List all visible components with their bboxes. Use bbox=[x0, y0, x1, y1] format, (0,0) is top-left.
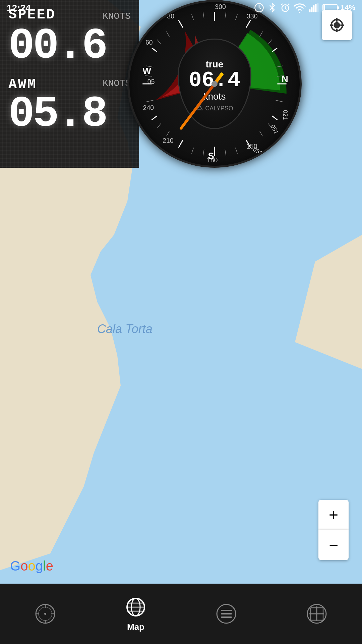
zoom-out-button[interactable]: − bbox=[318, 530, 349, 560]
map-nav-icon bbox=[124, 596, 147, 619]
svg-text:210: 210 bbox=[163, 137, 174, 144]
google-logo: Google bbox=[10, 558, 53, 574]
awm-value: 05.8 bbox=[8, 93, 131, 136]
svg-line-37 bbox=[146, 100, 153, 102]
svg-text:N: N bbox=[282, 74, 288, 84]
nav-item-compass[interactable] bbox=[23, 597, 67, 631]
google-o2: o bbox=[28, 558, 35, 573]
speed-value-display: 00.6 bbox=[8, 24, 131, 68]
zoom-controls: + − bbox=[318, 500, 349, 560]
google-l: l bbox=[43, 558, 46, 573]
svg-point-61 bbox=[334, 22, 340, 28]
svg-point-73 bbox=[44, 613, 46, 615]
svg-line-11 bbox=[246, 20, 251, 28]
status-icons: 14% bbox=[254, 3, 355, 13]
nav-item-map[interactable]: Map bbox=[114, 591, 158, 637]
svg-line-36 bbox=[157, 123, 161, 128]
awm-value-display: 05.8 bbox=[8, 93, 131, 136]
svg-line-33 bbox=[203, 149, 204, 156]
nav-item-menu[interactable] bbox=[204, 597, 248, 631]
battery-container: 14% bbox=[322, 3, 355, 12]
battery-percent: 14% bbox=[341, 3, 355, 12]
land-secondary bbox=[295, 235, 362, 369]
status-bar: 14% bbox=[139, 0, 362, 15]
bluetooth-icon bbox=[267, 3, 277, 12]
svg-rect-8 bbox=[337, 6, 339, 9]
svg-line-41 bbox=[167, 32, 170, 37]
svg-line-40 bbox=[157, 40, 161, 44]
svg-line-30 bbox=[260, 131, 263, 137]
svg-line-35 bbox=[167, 131, 170, 137]
nav-item-grid[interactable] bbox=[295, 597, 339, 631]
bottom-nav-bar: Map bbox=[0, 584, 362, 644]
svg-rect-2 bbox=[309, 9, 311, 12]
svg-line-20 bbox=[152, 48, 157, 52]
signal-icon bbox=[309, 3, 319, 12]
svg-text:60: 60 bbox=[145, 39, 153, 46]
svg-text:180: 180 bbox=[207, 156, 218, 164]
svg-line-18 bbox=[152, 116, 157, 120]
speed-value: 00.6 bbox=[8, 24, 131, 68]
location-label: Cala Torta bbox=[97, 322, 153, 336]
svg-rect-9 bbox=[323, 5, 325, 10]
svg-rect-4 bbox=[313, 5, 315, 12]
speed-widget: SPEED KNOTS 00.6 AWM KNOTS 05.8 12:24 bbox=[0, 0, 139, 168]
grid-icon bbox=[306, 603, 328, 625]
time-display: 12:24 bbox=[7, 3, 31, 13]
wifi-icon bbox=[294, 3, 306, 13]
clock-icon bbox=[254, 3, 264, 13]
svg-line-32 bbox=[225, 149, 226, 156]
svg-text:240: 240 bbox=[143, 104, 154, 111]
svg-line-17 bbox=[179, 140, 183, 148]
battery-icon bbox=[322, 3, 339, 12]
alarm-icon bbox=[280, 3, 290, 13]
compass-nav-icon bbox=[34, 602, 57, 626]
svg-text:W: W bbox=[142, 66, 151, 76]
svg-rect-3 bbox=[311, 7, 313, 12]
svg-rect-6 bbox=[317, 3, 319, 12]
google-o1: o bbox=[20, 558, 28, 573]
menu-nav-icon bbox=[215, 602, 238, 626]
svg-rect-5 bbox=[315, 4, 317, 12]
compass-icon bbox=[35, 603, 56, 625]
map-icon bbox=[125, 596, 147, 618]
svg-line-21 bbox=[179, 20, 183, 28]
svg-line-31 bbox=[235, 148, 237, 154]
svg-text:05: 05 bbox=[147, 78, 155, 85]
google-g2: g bbox=[36, 558, 43, 573]
svg-line-24 bbox=[260, 32, 263, 37]
google-e: e bbox=[46, 558, 53, 573]
svg-text:021: 021 bbox=[282, 110, 289, 120]
gauge-brand-container: CALYPSO bbox=[196, 103, 233, 112]
gauge-dial: W N S 300 330 30 60 240 210 05 150 180 bbox=[127, 0, 302, 168]
google-g: G bbox=[10, 558, 20, 573]
gauge-center-dot bbox=[212, 81, 218, 87]
gps-target-icon bbox=[328, 17, 345, 34]
grid-nav-icon bbox=[305, 602, 328, 626]
wind-gauge[interactable]: W N S 300 330 30 60 240 210 05 150 180 bbox=[121, 0, 308, 168]
svg-line-25 bbox=[268, 40, 272, 44]
svg-line-14 bbox=[272, 116, 278, 120]
gauge-brand-label: CALYPSO bbox=[205, 105, 233, 112]
nav-map-label: Map bbox=[127, 622, 144, 632]
svg-line-34 bbox=[192, 148, 194, 154]
svg-line-12 bbox=[272, 48, 278, 52]
zoom-in-button[interactable]: + bbox=[318, 500, 349, 530]
svg-line-28 bbox=[276, 100, 283, 102]
svg-text:051: 051 bbox=[269, 123, 280, 135]
menu-icon bbox=[216, 603, 237, 625]
